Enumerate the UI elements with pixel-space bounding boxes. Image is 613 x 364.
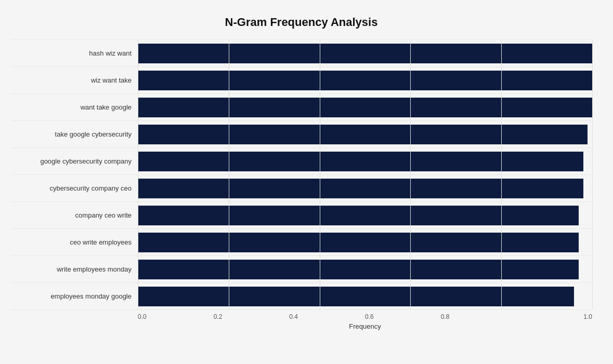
- bar-wrapper: [138, 283, 592, 309]
- x-tick: 1.0: [516, 313, 592, 320]
- chart-area: hash wiz wantwiz want takewant take goog…: [10, 39, 592, 310]
- x-tick: 0.4: [289, 313, 365, 320]
- bar: [138, 152, 583, 171]
- x-axis: 0.00.20.40.60.81.0: [138, 313, 592, 320]
- bar-wrapper: [138, 175, 592, 201]
- chart-row: ceo write employees: [10, 229, 592, 256]
- x-tick: 0.8: [441, 313, 517, 320]
- chart-row: google cybersecurity company: [10, 148, 592, 175]
- chart-row: cybersecurity company ceo: [10, 175, 592, 202]
- bar-label: take google cybersecurity: [10, 130, 138, 138]
- bar: [138, 125, 588, 144]
- bar-wrapper: [138, 94, 592, 120]
- bar: [138, 44, 592, 63]
- bar-wrapper: [138, 67, 592, 93]
- chart-row: take google cybersecurity: [10, 121, 592, 148]
- bar-label: want take google: [10, 103, 138, 111]
- bar: [138, 179, 583, 198]
- bar: [138, 260, 579, 279]
- bar-label: company ceo write: [10, 211, 138, 219]
- bar-wrapper: [138, 256, 592, 282]
- bar-wrapper: [138, 229, 592, 255]
- chart-row: employees monday google: [10, 283, 592, 310]
- bar-label: ceo write employees: [10, 238, 138, 246]
- bar-wrapper: [138, 202, 592, 228]
- bar-label: wiz want take: [10, 76, 138, 84]
- bar: [138, 71, 592, 90]
- chart-row: hash wiz want: [10, 39, 592, 67]
- x-axis-label: Frequency: [138, 322, 592, 330]
- chart-row: want take google: [10, 94, 592, 121]
- bar-label: write employees monday: [10, 265, 138, 273]
- chart-container: N-Gram Frequency Analysis hash wiz wantw…: [0, 0, 613, 364]
- x-tick: 0.6: [365, 313, 441, 320]
- x-tick: 0.2: [214, 313, 290, 320]
- bar-wrapper: [138, 148, 592, 174]
- bar: [138, 98, 592, 117]
- x-tick: 0.0: [138, 313, 214, 320]
- chart-row: company ceo write: [10, 202, 592, 229]
- bar: [138, 233, 579, 252]
- bar: [138, 287, 574, 306]
- chart-title: N-Gram Frequency Analysis: [10, 16, 592, 29]
- bar-label: hash wiz want: [10, 49, 138, 57]
- bar-label: google cybersecurity company: [10, 157, 138, 165]
- bar: [138, 206, 579, 225]
- bar-wrapper: [138, 40, 592, 66]
- bar-wrapper: [138, 121, 592, 147]
- bar-label: employees monday google: [10, 292, 138, 300]
- chart-row: write employees monday: [10, 256, 592, 283]
- chart-row: wiz want take: [10, 67, 592, 94]
- bar-label: cybersecurity company ceo: [10, 184, 138, 192]
